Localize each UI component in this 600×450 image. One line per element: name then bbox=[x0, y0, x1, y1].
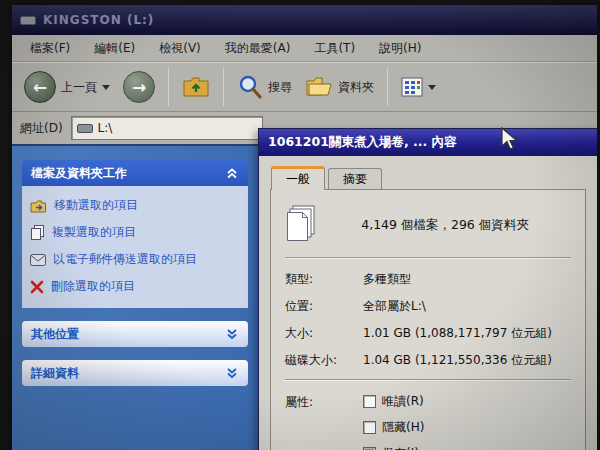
back-label: 上一頁 bbox=[61, 79, 97, 96]
task-pane: 檔案及資料夾工作 移動選取的項目 bbox=[12, 146, 258, 450]
panel-title: 檔案及資料夾工作 bbox=[31, 165, 127, 182]
toolbar-separator bbox=[168, 68, 169, 106]
checkbox-label: 隱藏(H) bbox=[382, 419, 424, 436]
archive-checkbox[interactable]: 保存(I) bbox=[363, 445, 424, 450]
location-row: 位置: 全部屬於L:\ bbox=[285, 298, 571, 315]
size-on-disk-row: 磁碟大小: 1.04 GB (1,121,550,336 位元組) bbox=[285, 352, 571, 369]
size-row: 大小: 1.01 GB (1,088,171,797 位元組) bbox=[285, 325, 571, 342]
file-folder-tasks-header[interactable]: 檔案及資料夾工作 bbox=[22, 160, 248, 186]
dialog-title: 1061201關東煮入場卷, ... 內容 bbox=[268, 134, 457, 151]
up-button[interactable] bbox=[178, 71, 214, 103]
task-label: 移動選取的項目 bbox=[54, 197, 138, 214]
menu-favorites[interactable]: 我的最愛(A) bbox=[213, 36, 303, 61]
move-selected-items-link[interactable]: 移動選取的項目 bbox=[30, 197, 240, 214]
email-item-icon bbox=[30, 254, 46, 266]
window-titlebar[interactable]: KINGSTON (L:) bbox=[12, 5, 597, 35]
type-label: 類型: bbox=[285, 271, 363, 288]
photographed-screen: { "window": { "title": "KINGSTON (L:)", … bbox=[0, 0, 600, 450]
delete-item-icon bbox=[30, 280, 44, 294]
file-folder-tasks-panel: 檔案及資料夾工作 移動選取的項目 bbox=[22, 160, 248, 308]
separator bbox=[285, 257, 571, 259]
menu-edit[interactable]: 編輯(E) bbox=[82, 36, 147, 61]
task-label: 複製選取的項目 bbox=[52, 224, 136, 241]
menu-help[interactable]: 說明(H) bbox=[367, 36, 433, 61]
checkbox-label: 唯讀(R) bbox=[382, 393, 424, 410]
forward-arrow-icon: → bbox=[123, 71, 155, 103]
type-row: 類型: 多種類型 bbox=[285, 271, 571, 288]
contents-summary-row: 4,149 個檔案，296 個資料夾 bbox=[285, 202, 571, 248]
tab-summary[interactable]: 摘要 bbox=[328, 168, 382, 189]
properties-dialog: 1061201關東煮入場卷, ... 內容 一般 摘要 bbox=[258, 128, 597, 450]
details-header[interactable]: 詳細資料 bbox=[22, 360, 248, 386]
checkbox-box[interactable] bbox=[363, 421, 376, 434]
menu-bar: 檔案(F) 編輯(E) 檢視(V) 我的最愛(A) 工具(T) 說明(H) bbox=[12, 35, 597, 62]
chevron-down-icon[interactable] bbox=[225, 366, 239, 380]
search-label: 搜尋 bbox=[268, 79, 292, 96]
attributes-label: 屬性: bbox=[285, 393, 363, 450]
other-places-header[interactable]: 其他位置 bbox=[22, 321, 248, 347]
hidden-checkbox[interactable]: 隱藏(H) bbox=[363, 419, 424, 436]
search-button[interactable]: 搜尋 bbox=[233, 71, 296, 103]
drive-icon bbox=[77, 123, 93, 134]
separator bbox=[285, 379, 571, 381]
size-on-disk-value: 1.04 GB (1,121,550,336 位元組) bbox=[363, 352, 552, 369]
move-item-icon bbox=[30, 199, 47, 213]
chevron-down-icon[interactable] bbox=[225, 327, 239, 341]
menu-tools[interactable]: 工具(T) bbox=[302, 36, 367, 61]
back-arrow-icon: ← bbox=[24, 71, 56, 103]
copy-selected-items-link[interactable]: 複製選取的項目 bbox=[30, 224, 240, 241]
type-value: 多種類型 bbox=[363, 271, 411, 288]
delete-selected-items-link[interactable]: 刪除選取的項目 bbox=[30, 278, 240, 295]
drive-icon bbox=[20, 14, 36, 26]
toolbar: ← 上一頁 → 搜尋 資料夾 bbox=[12, 62, 597, 112]
file-folder-tasks-body: 移動選取的項目 複製選取的項目 以電子郵 bbox=[22, 186, 248, 308]
window-title: KINGSTON (L:) bbox=[43, 13, 154, 27]
folders-icon bbox=[305, 75, 333, 99]
size-on-disk-label: 磁碟大小: bbox=[285, 352, 363, 369]
search-icon bbox=[237, 74, 263, 100]
menu-file[interactable]: 檔案(F) bbox=[18, 36, 82, 61]
views-icon bbox=[401, 77, 423, 97]
address-value: L:\ bbox=[98, 121, 113, 135]
folders-button[interactable]: 資料夾 bbox=[301, 72, 378, 102]
address-label: 網址(D) bbox=[20, 120, 63, 137]
checkbox-box[interactable] bbox=[363, 395, 376, 408]
general-tab-page: 4,149 個檔案，296 個資料夾 類型: 多種類型 位置: 全部屬於L:\ … bbox=[270, 189, 586, 450]
readonly-checkbox[interactable]: 唯讀(R) bbox=[363, 393, 424, 410]
folder-up-icon bbox=[182, 74, 210, 100]
tab-strip: 一般 摘要 bbox=[271, 165, 586, 189]
tab-general[interactable]: 一般 bbox=[271, 166, 325, 190]
panel-title: 其他位置 bbox=[31, 326, 79, 343]
task-label: 以電子郵件傳送選取的項目 bbox=[53, 251, 197, 268]
views-button[interactable] bbox=[397, 74, 440, 100]
back-dropdown-icon[interactable] bbox=[102, 85, 110, 90]
location-label: 位置: bbox=[285, 298, 363, 315]
copy-item-icon bbox=[30, 225, 45, 240]
toolbar-separator bbox=[223, 68, 224, 106]
folders-label: 資料夾 bbox=[338, 79, 374, 96]
location-value: 全部屬於L:\ bbox=[363, 298, 426, 315]
dialog-body: 一般 摘要 4,149 個檔案，296 個資料夾 bbox=[259, 156, 597, 450]
menu-view[interactable]: 檢視(V) bbox=[147, 36, 213, 61]
size-value: 1.01 GB (1,088,171,797 位元組) bbox=[363, 325, 552, 342]
attributes-checkboxes: 唯讀(R) 隱藏(H) 保存(I) bbox=[363, 393, 424, 450]
address-input[interactable]: L:\ bbox=[71, 116, 263, 140]
views-dropdown-icon[interactable] bbox=[428, 85, 436, 90]
toolbar-separator bbox=[387, 68, 388, 106]
attributes-row: 屬性: 唯讀(R) 隱藏(H) 保存(I) bbox=[285, 393, 571, 450]
checkbox-label: 保存(I) bbox=[382, 445, 419, 450]
contents-summary: 4,149 個檔案，296 個資料夾 bbox=[319, 217, 571, 234]
details-panel: 詳細資料 bbox=[22, 360, 248, 386]
task-label: 刪除選取的項目 bbox=[51, 278, 135, 295]
back-button[interactable]: ← 上一頁 bbox=[20, 68, 114, 106]
email-selected-items-link[interactable]: 以電子郵件傳送選取的項目 bbox=[30, 251, 240, 268]
dialog-titlebar[interactable]: 1061201關東煮入場卷, ... 內容 bbox=[259, 129, 597, 156]
multiple-files-icon bbox=[285, 204, 319, 246]
size-label: 大小: bbox=[285, 325, 363, 342]
explorer-window: KINGSTON (L:) 檔案(F) 編輯(E) 檢視(V) 我的最愛(A) … bbox=[12, 5, 597, 450]
panel-title: 詳細資料 bbox=[31, 365, 79, 382]
forward-button[interactable]: → bbox=[119, 68, 159, 106]
other-places-panel: 其他位置 bbox=[22, 321, 248, 347]
chevron-up-icon[interactable] bbox=[225, 166, 239, 180]
